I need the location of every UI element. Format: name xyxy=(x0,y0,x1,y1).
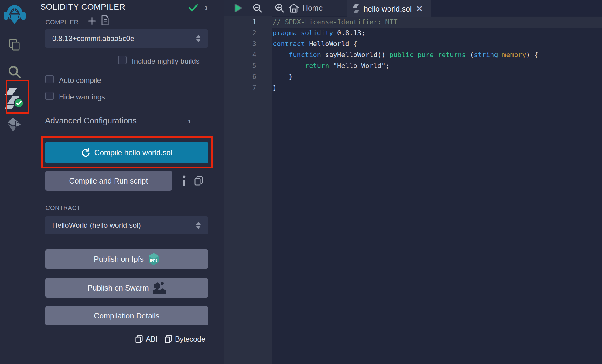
activity-bar xyxy=(0,0,29,364)
ipfs-icon: IPFS xyxy=(148,253,159,265)
contract-section-label: CONTRACT xyxy=(46,204,80,211)
line-number: 1 xyxy=(252,17,256,28)
line-number: 4 xyxy=(252,49,256,60)
refresh-icon xyxy=(81,148,90,157)
compile-button-label: Compile hello world.sol xyxy=(94,148,172,157)
line-number: 6 xyxy=(252,71,256,82)
zoom-out-icon[interactable] xyxy=(253,0,262,16)
tab-bar-empty-region xyxy=(431,0,602,16)
tab-hello-world-sol[interactable]: hello world.sol ✕ xyxy=(347,0,431,18)
compile-success-check-icon xyxy=(188,4,198,12)
code-line: function sayHelloWorld() public pure ret… xyxy=(273,49,538,60)
search-icon[interactable] xyxy=(0,65,29,79)
copy-script-icon[interactable] xyxy=(194,176,203,186)
copy-icon xyxy=(165,335,172,343)
line-number: 3 xyxy=(252,39,256,49)
publish-swarm-label: Publish on Swarm xyxy=(87,284,149,292)
select-arrows-icon xyxy=(196,35,201,42)
contract-selected-value: HelloWorld (hello world.sol) xyxy=(52,221,196,230)
publish-swarm-button[interactable]: Publish on Swarm xyxy=(45,278,208,298)
panel-title: SOLIDITY COMPILER xyxy=(40,2,125,12)
line-number: 7 xyxy=(252,82,256,93)
panel-collapse-chevron[interactable]: › xyxy=(205,2,208,12)
publish-ipfs-button[interactable]: Publish on Ipfs IPFS xyxy=(45,249,208,269)
solidity-compiler-icon[interactable] xyxy=(0,87,29,109)
advanced-configurations-chevron[interactable]: › xyxy=(188,116,191,126)
code-line: return "Hello World"; xyxy=(273,60,389,71)
compile-and-run-label: Compile and Run script xyxy=(69,177,148,185)
solidity-compiler-panel: SOLIDITY COMPILER › COMPILER 0.8.13+comm… xyxy=(29,0,223,364)
contract-select[interactable]: HelloWorld (hello world.sol) xyxy=(45,216,208,234)
code-content: // SPDX-License-Identifier: MITpragma so… xyxy=(272,16,602,364)
swarm-icon xyxy=(153,282,166,294)
compile-button[interactable]: Compile hello world.sol xyxy=(45,142,208,163)
compiler-version-value: 0.8.13+commit.abaa5c0e xyxy=(52,34,196,43)
compilation-details-button[interactable]: Compilation Details xyxy=(45,306,208,325)
add-compiler-icon[interactable] xyxy=(87,16,97,25)
code-line: } xyxy=(273,71,293,82)
editor-tab-bar: Home hello world.sol ✕ xyxy=(224,0,602,16)
editor-area: Home hello world.sol ✕ 1234567 // SPDX-L… xyxy=(224,0,602,364)
compilation-details-label: Compilation Details xyxy=(94,312,159,320)
publish-ipfs-label: Publish on Ipfs xyxy=(94,255,144,264)
line-number: 2 xyxy=(252,28,256,39)
hide-warnings-label: Hide warnings xyxy=(59,93,105,101)
compiler-section-label: COMPILER xyxy=(46,19,78,26)
advanced-configurations-label: Advanced Configurations xyxy=(45,116,137,125)
code-editor[interactable]: 1234567 // SPDX-License-Identifier: MITp… xyxy=(224,16,602,364)
copy-bytecode-button[interactable]: Bytecode xyxy=(165,335,205,343)
advanced-configurations-toggle[interactable]: Advanced Configurations xyxy=(45,116,137,126)
code-line: pragma solidity 0.8.13; xyxy=(273,28,365,39)
tab-home[interactable]: Home xyxy=(289,0,323,16)
remix-ide-window: SOLIDITY COMPILER › COMPILER 0.8.13+comm… xyxy=(0,0,602,364)
copy-icon xyxy=(135,335,143,343)
line-number: 5 xyxy=(252,60,256,71)
file-explorer-icon[interactable] xyxy=(0,38,29,52)
close-tab-icon[interactable]: ✕ xyxy=(416,5,423,13)
copy-abi-button[interactable]: ABI xyxy=(135,335,158,343)
include-nightly-label: Include nightly builds xyxy=(132,57,200,66)
auto-compile-label: Auto compile xyxy=(59,76,101,85)
run-script-button[interactable] xyxy=(234,0,243,16)
deploy-run-icon[interactable] xyxy=(0,118,29,132)
zoom-in-icon[interactable] xyxy=(275,0,285,16)
home-icon xyxy=(289,3,299,13)
abi-label: ABI xyxy=(146,335,158,343)
auto-compile-checkbox[interactable] xyxy=(45,75,54,83)
code-line: contract HelloWorld { xyxy=(273,39,357,49)
remix-logo-icon[interactable] xyxy=(0,2,29,25)
info-icon[interactable] xyxy=(182,175,186,186)
select-arrows-icon xyxy=(196,222,201,229)
home-tab-label: Home xyxy=(303,4,323,12)
code-line: // SPDX-License-Identifier: MIT xyxy=(273,17,398,28)
active-tab-label: hello world.sol xyxy=(364,5,412,13)
include-nightly-checkbox[interactable] xyxy=(118,56,127,64)
code-line: } xyxy=(273,82,277,93)
bytecode-label: Bytecode xyxy=(175,335,205,343)
solidity-file-icon xyxy=(353,4,359,13)
svg-text:IPFS: IPFS xyxy=(150,259,157,262)
compile-and-run-button[interactable]: Compile and Run script xyxy=(45,171,172,191)
compiler-version-select[interactable]: 0.8.13+commit.abaa5c0e xyxy=(45,29,208,48)
editor-gutter: 1234567 xyxy=(224,16,272,364)
compiler-config-file-icon[interactable] xyxy=(101,15,109,25)
hide-warnings-checkbox[interactable] xyxy=(45,92,54,100)
